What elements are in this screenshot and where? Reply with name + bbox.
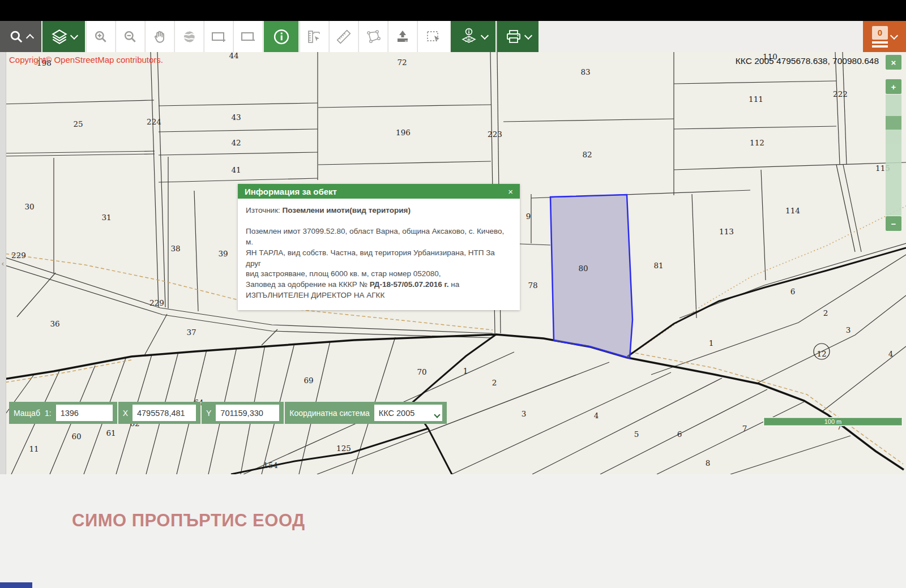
- svg-text:4: 4: [888, 349, 894, 358]
- scale-prefix: 1:: [45, 409, 52, 418]
- svg-text:41: 41: [231, 165, 241, 174]
- upload-button[interactable]: [388, 21, 417, 52]
- popup-source-value: Поземлени имоти(вид територия): [283, 206, 411, 214]
- svg-text:2: 2: [492, 378, 497, 387]
- x-input[interactable]: [133, 405, 196, 421]
- close-coordinates-button[interactable]: ×: [886, 55, 901, 70]
- cursor-coordinates: ККС 2005 4795678.638, 700980.648: [736, 56, 879, 66]
- select-rect-button[interactable]: [417, 21, 450, 52]
- sidebar-expand-icon[interactable]: ‹: [2, 259, 4, 268]
- zoom-minus-button[interactable]: −: [886, 216, 901, 231]
- scale-segment: Мащаб 1:: [9, 402, 117, 424]
- measure-area-button[interactable]: [358, 21, 387, 52]
- svg-text:37: 37: [186, 328, 196, 337]
- toolbar: 0: [0, 21, 906, 52]
- rect-minus-icon: [240, 30, 256, 44]
- scale-input[interactable]: [56, 405, 113, 421]
- svg-text:12: 12: [817, 349, 826, 358]
- crs-selected-value: ККС 2005: [379, 409, 415, 418]
- crs-segment: Координатна система ККС 2005: [285, 402, 446, 424]
- svg-text:125: 125: [336, 444, 351, 453]
- svg-text:222: 222: [833, 89, 848, 98]
- svg-text:30: 30: [24, 202, 34, 211]
- queue-icon: 0: [872, 26, 888, 48]
- select-rect-icon: [425, 29, 442, 44]
- pan-button[interactable]: [145, 21, 174, 52]
- popup-close-button[interactable]: ×: [508, 187, 513, 196]
- svg-text:70: 70: [417, 367, 426, 376]
- zoom-slider-track[interactable]: [886, 95, 901, 216]
- queue-lines-icon: [872, 41, 888, 48]
- hand-icon: [152, 29, 167, 44]
- info-icon: [273, 28, 290, 45]
- layers-button[interactable]: [42, 21, 85, 52]
- svg-text:80: 80: [578, 264, 588, 273]
- svg-text:6: 6: [677, 430, 682, 439]
- svg-text:229: 229: [11, 251, 26, 260]
- chevron-down-icon: [480, 31, 488, 39]
- y-input[interactable]: [216, 405, 279, 421]
- crs-select[interactable]: ККС 2005: [374, 405, 442, 421]
- svg-text:61: 61: [106, 428, 116, 437]
- popup-title: Информация за обект: [245, 187, 337, 196]
- zoom-in-icon: [93, 29, 108, 44]
- svg-text:113: 113: [719, 227, 734, 236]
- zoom-plus-button[interactable]: +: [886, 79, 901, 94]
- svg-text:114: 114: [785, 206, 800, 215]
- svg-text:82: 82: [582, 150, 592, 159]
- top-black-strip: [0, 0, 906, 21]
- svg-text:72: 72: [397, 58, 407, 67]
- measure-select-button[interactable]: [300, 21, 328, 52]
- zoom-in-button[interactable]: [86, 21, 115, 52]
- crs-label: Координатна система: [289, 409, 369, 418]
- measure-distance-button[interactable]: [329, 21, 358, 52]
- svg-text:9: 9: [526, 212, 531, 221]
- svg-text:25: 25: [73, 119, 83, 128]
- svg-text:7: 7: [742, 424, 747, 433]
- layers-icon: [51, 29, 68, 45]
- search-button[interactable]: [0, 21, 41, 52]
- svg-text:4: 4: [594, 411, 599, 420]
- svg-text:60: 60: [71, 432, 81, 441]
- zoom-box-out-button[interactable]: [233, 21, 262, 52]
- chevron-up-icon: [25, 33, 33, 41]
- svg-text:1: 1: [709, 338, 714, 347]
- svg-text:224: 224: [147, 117, 161, 126]
- svg-text:112: 112: [750, 138, 764, 147]
- svg-text:223: 223: [488, 130, 502, 139]
- map-scale-bar: 100 m: [763, 417, 903, 426]
- zoom-out-icon: [123, 29, 138, 44]
- ruler-icon: [336, 29, 352, 45]
- print-queue-button[interactable]: 0: [863, 21, 906, 52]
- svg-text:83: 83: [580, 67, 590, 76]
- sidebar-collapse-strip[interactable]: ‹: [0, 52, 6, 474]
- svg-text:111: 111: [749, 95, 763, 104]
- svg-text:6: 6: [790, 287, 796, 296]
- svg-text:44: 44: [229, 52, 238, 60]
- chevron-down-icon: [524, 31, 532, 39]
- svg-text:1: 1: [463, 366, 468, 375]
- y-coordinate-segment: Y: [202, 402, 284, 424]
- layers-info-button[interactable]: [451, 21, 495, 52]
- polygon-icon: [365, 29, 381, 44]
- svg-text:42: 42: [231, 138, 241, 147]
- svg-text:78: 78: [528, 281, 537, 290]
- bottom-blue-bar: [0, 582, 32, 588]
- svg-text:69: 69: [304, 376, 313, 385]
- print-button[interactable]: [497, 21, 539, 52]
- svg-text:11: 11: [29, 444, 39, 453]
- x-label: X: [123, 409, 128, 418]
- printer-icon: [505, 29, 522, 45]
- y-label: Y: [206, 409, 211, 418]
- page-footer: СИМО ПРОПЪРТИС ЕООД: [0, 474, 906, 588]
- svg-text:38: 38: [170, 244, 180, 253]
- info-tool-button[interactable]: [264, 21, 298, 52]
- selected-parcel-80[interactable]: [550, 195, 633, 358]
- globe-icon: [182, 29, 196, 44]
- zoom-slider-handle[interactable]: [886, 116, 901, 130]
- queue-count-badge: 0: [872, 26, 888, 40]
- zoom-out-button[interactable]: [116, 21, 144, 52]
- ruler-select-icon: [306, 29, 322, 44]
- full-extent-button[interactable]: [174, 21, 203, 52]
- zoom-box-in-button[interactable]: [204, 21, 233, 52]
